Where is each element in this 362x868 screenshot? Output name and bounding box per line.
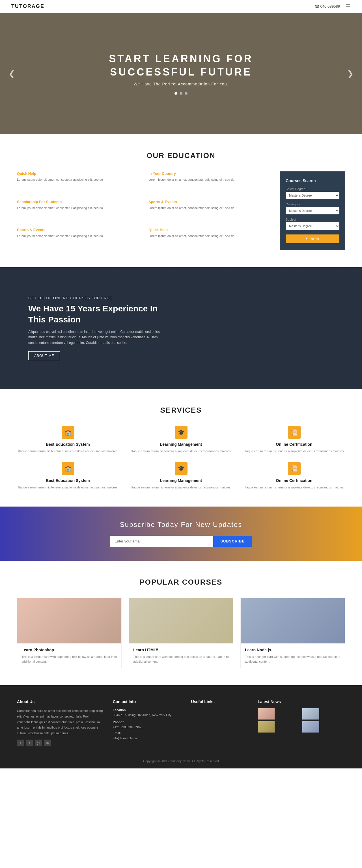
footer-about-col: About Us Curabitur non nulla sit amet ni… (17, 700, 104, 746)
courses-section: POPULAR COURSES Learn Photoshop. This is… (0, 561, 362, 685)
category-label: Ceategory (285, 203, 339, 206)
service-title-1: Best Education System (17, 442, 119, 446)
course-title-1: Learn Photoshop. (22, 648, 117, 652)
course-thumbnail-3 (241, 598, 345, 644)
course-text-3: This is a longer card with supporting te… (245, 654, 340, 664)
footer-about-text: Curabitur non nulla sit amet nisl tempor… (17, 708, 104, 736)
footer-divider (17, 755, 345, 755)
footer-email-label: Email: (113, 730, 183, 736)
hero-title: START LEARNING FOR SUCCESSFUL FUTURE (109, 52, 253, 79)
service-icon-4: 🏫 (62, 462, 74, 475)
header: TUTORAGE ☎ 040-589589 ☰ (0, 0, 362, 13)
phone-icon: ☎ (315, 4, 319, 8)
subject-field: Subject Master's Degree (285, 218, 339, 230)
courses-search-box: Courses Search Select Degree Master's De… (280, 172, 345, 250)
edu-item-title: Quick Help (17, 172, 140, 176)
category-select[interactable]: Master's Degree (285, 207, 339, 214)
service-icon-1: 🏫 (62, 426, 74, 439)
education-grid: Quick Help Lorem ipsum dolor sit amet, c… (17, 172, 345, 250)
education-items: Quick Help Lorem ipsum dolor sit amet, c… (17, 172, 272, 250)
service-title-4: Best Education System (17, 478, 119, 483)
degree-label: Select Degree (285, 187, 339, 191)
edu-item-title: In Your Country (149, 172, 272, 176)
subscribe-title: Subscribe Today For New Updates (17, 521, 345, 529)
facebook-icon[interactable]: f (17, 740, 24, 746)
hero-prev-arrow[interactable]: ❮ (8, 69, 15, 79)
degree-field: Select Degree Master's Degree (285, 187, 339, 199)
edu-item-text: Lorem ipsum dolor sit amet, consectetur … (17, 206, 140, 210)
edu-item-text: Lorem ipsum dolor sit amet, consectetur … (17, 177, 140, 182)
banner-section: GET 100 OF ONLINE COURSES FOR FREE We Ha… (0, 267, 362, 389)
education-title: OUR EDUCATION (17, 151, 345, 160)
banner-title: We Have 15 Years Experience In This Pass… (28, 303, 170, 325)
service-item-3: 📜 Online Certification Itaque earum reru… (243, 426, 345, 454)
subject-select[interactable]: Master's Degree (285, 222, 339, 230)
header-phone: ☎ 040-589589 (315, 4, 340, 8)
course-card-1: Learn Photoshop. This is a longer card w… (17, 598, 122, 668)
edu-item-title: Sports & Events (149, 200, 272, 204)
degree-select[interactable]: Master's Degree (285, 192, 339, 199)
hero-dot-1[interactable] (175, 92, 177, 95)
course-thumbnail-2 (129, 598, 233, 644)
service-text-4: Itaque earum rerum hic tenetur a sapient… (17, 485, 119, 490)
edu-item-text: Lorem ipsum dolor sit amet, consectetur … (149, 206, 272, 210)
about-me-button[interactable]: ABOUT ME (28, 351, 60, 360)
service-text-6: Itaque earum rerum hic tenetur a sapient… (243, 485, 345, 490)
footer-location: 5646 e1 building 202 Aldea, New York Cit… (113, 712, 183, 718)
google-plus-icon[interactable]: g+ (35, 740, 42, 746)
hero-section: ❮ START LEARNING FOR SUCCESSFUL FUTURE W… (0, 13, 362, 134)
footer-phone-label: Phone : (113, 720, 183, 724)
education-item-5: Sports & Events Lorem ipsum dolor sit am… (17, 228, 140, 250)
hero-subtitle: We Have The Perfect Accommodation For Yo… (109, 82, 253, 86)
service-title-3: Online Certification (243, 442, 345, 446)
education-item-2: In Your Country Lorem ipsum dolor sit am… (149, 172, 272, 194)
course-title-2: Learn HTML5. (133, 648, 229, 652)
course-info-1: Learn Photoshop. This is a longer card w… (17, 644, 121, 668)
edu-item-text: Lorem ipsum dolor sit amet, consectetur … (149, 177, 272, 182)
service-title-6: Online Certification (243, 478, 345, 483)
course-text-1: This is a longer card with supporting te… (22, 654, 117, 664)
subscribe-button[interactable]: SUBSCRIBE (213, 536, 252, 547)
hero-next-arrow[interactable]: ❯ (347, 69, 354, 79)
linkedin-icon[interactable]: in (44, 740, 51, 746)
service-text-5: Itaque earum rerum hic tenetur a sapient… (130, 485, 232, 490)
course-card-3: Learn Node.js. This is a longer card wit… (240, 598, 345, 668)
services-grid: 🏫 Best Education System Itaque earum rer… (17, 426, 345, 490)
services-section: SERVICES 🏫 Best Education System Itaque … (0, 389, 362, 506)
category-field: Ceategory Master's Degree (285, 203, 339, 214)
service-icon-6: 📜 (288, 462, 301, 475)
news-image-3 (258, 721, 275, 733)
email-input[interactable] (110, 536, 213, 547)
hero-dot-2[interactable] (180, 92, 182, 95)
subject-label: Subject (285, 218, 339, 221)
footer: About Us Curabitur non nulla sit amet ni… (0, 685, 362, 769)
service-item-2: 🎓 Learning Management Itaque earum rerum… (130, 426, 232, 454)
course-info-2: Learn HTML5. This is a longer card with … (129, 644, 233, 668)
search-button[interactable]: Search (285, 235, 339, 243)
news-image-1 (258, 708, 275, 719)
hero-dot-3[interactable] (185, 92, 187, 95)
service-item-1: 🏫 Best Education System Itaque earum rer… (17, 426, 119, 454)
banner-tag: GET 100 OF ONLINE COURSES FOR FREE (28, 296, 170, 300)
twitter-icon[interactable]: t (26, 740, 33, 746)
subscribe-form: SUBSCRIBE (110, 536, 252, 547)
hamburger-menu-icon[interactable]: ☰ (345, 3, 351, 10)
hero-content: START LEARNING FOR SUCCESSFUL FUTURE We … (109, 52, 253, 95)
footer-copyright: Copyright © 2021 Company Name All Rights… (17, 760, 345, 763)
header-right: ☎ 040-589589 ☰ (315, 3, 351, 10)
footer-news-col: Latest News (258, 700, 345, 746)
footer-contact-col: Contact Info Location : 5646 e1 building… (113, 700, 183, 746)
service-item-5: 🎓 Learning Management Itaque earum rerum… (130, 462, 232, 490)
edu-item-title: Scholarship For Students (17, 200, 140, 204)
logo: TUTORAGE (11, 3, 44, 9)
course-thumbnail-1 (17, 598, 121, 644)
banner-text: Aliquam ac est vel nisi condimentum inte… (28, 329, 170, 346)
edu-item-title: Sports & Events (17, 228, 140, 232)
service-item-4: 🏫 Best Education System Itaque earum rer… (17, 462, 119, 490)
footer-location-label: Location : (113, 708, 183, 712)
hero-dots (109, 92, 253, 95)
footer-about-title: About Us (17, 700, 104, 704)
footer-news-title: Latest News (258, 700, 345, 704)
footer-contact-title: Contact Info (113, 700, 183, 704)
education-section: OUR EDUCATION Quick Help Lorem ipsum dol… (0, 134, 362, 267)
